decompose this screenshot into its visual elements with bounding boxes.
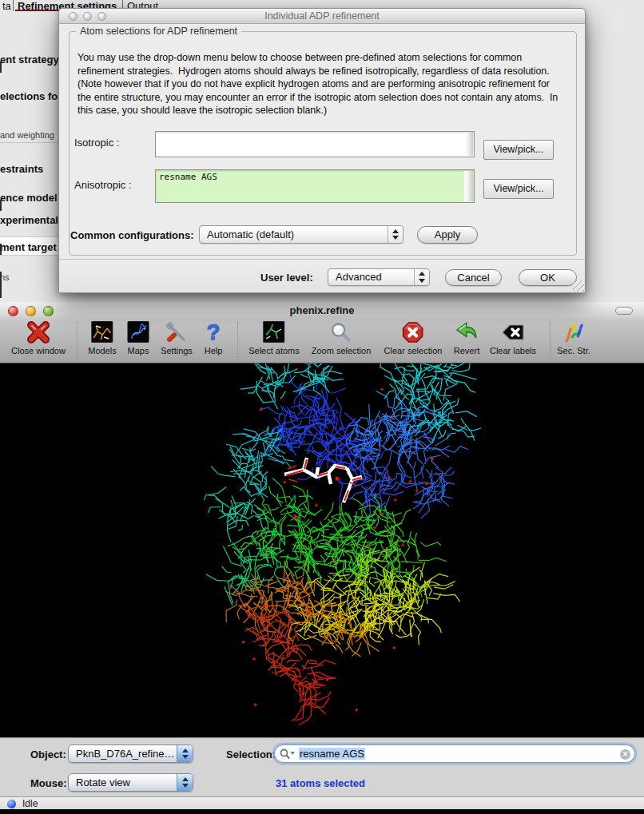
select-atoms-icon [248,319,300,345]
tab-separator [13,0,14,11]
mouse-mode-dropdown[interactable]: Rotate view [68,773,193,792]
selection-text: resname AGS [299,748,365,760]
tab-data-fragment[interactable]: ta [2,0,11,12]
revert-button[interactable]: Revert [454,319,479,355]
object-label: Object: [30,748,66,760]
common-configurations-value: Automatic (default) [207,228,294,240]
dropdown-stepper [177,745,193,762]
models-button[interactable]: Models [88,319,116,355]
clear-search-icon[interactable]: ✕ [620,749,630,760]
user-level-value: Advanced [336,271,382,283]
clipped-widget-edge [0,200,2,211]
viewer-control-panel: Object: PknB_D76A_refine… Selection: res… [0,737,644,796]
selection-label: Selection: [226,748,276,760]
maps-icon [128,319,149,345]
dropdown-stepper [414,269,429,285]
mouse-mode-value: Rotate view [76,776,130,788]
zoom-selection-button[interactable]: Zoom selection [312,319,372,355]
background-label: elections fo [0,90,58,102]
status-bar: Idle [0,796,644,809]
selection-search-input[interactable]: resname AGS ✕ [274,745,635,763]
close-window-icon [11,319,66,345]
user-level-label: User level: [260,272,313,284]
background-label: ence model [0,192,58,204]
clear-labels-button[interactable]: Clear labels [490,319,536,355]
isotropic-label: Isotropic : [74,137,119,149]
models-icon [88,319,116,345]
dropdown-stepper [177,774,193,791]
isotropic-field[interactable] [155,131,475,157]
anisotropic-label: Anisotropic : [74,179,132,191]
dialog-description: You may use the drop-down menu below to … [78,51,562,117]
field-scrollbar[interactable] [464,171,473,201]
help-icon: ? [205,319,223,345]
revert-icon [454,319,479,345]
apply-button[interactable]: Apply [417,226,478,244]
background-label: estraints [0,163,43,175]
clear-selection-button[interactable]: Clear selection [384,319,443,355]
toolbar-separator [550,322,551,359]
toolbar-separator [237,322,238,359]
status-dot-icon [7,800,16,808]
anisotropic-field[interactable]: resname AGS [155,169,475,203]
object-dropdown[interactable]: PknB_D76A_refine… [68,745,193,763]
atoms-selected-status: 31 atoms selected [276,777,365,789]
clipped-widget-edge [0,62,2,73]
molecule-render [0,363,644,737]
phenix-refine-window: phenix.refine Close window [0,302,644,814]
dialog-title: Individual ADP refinement [59,10,585,22]
field-scrollbar[interactable] [464,133,473,156]
toolbar-toggle-button[interactable] [615,307,633,315]
common-configurations-label: Common configurations: [70,229,194,241]
isotropic-view-pick-button[interactable]: View/pick... [483,140,554,160]
help-button[interactable]: ? Help [205,319,223,355]
resize-grip[interactable] [573,280,584,292]
search-icon[interactable] [280,748,296,760]
close-window-button[interactable]: Close window [11,319,66,355]
clear-labels-icon [490,319,536,345]
adp-refinement-dialog: Individual ADP refinement Atom selection… [58,8,586,293]
background-label: xperimental [0,214,58,226]
screen: ta Refinement settings Output ent strate… [0,0,644,814]
background-label: and weighting [0,130,54,140]
anisotropic-value: resname AGS [159,172,462,182]
clear-selection-icon [384,319,443,345]
status-text: Idle [22,798,38,809]
anisotropic-view-pick-button[interactable]: View/pick... [483,179,554,199]
settings-button[interactable]: Settings [161,319,193,355]
cancel-button[interactable]: Cancel [445,269,502,286]
dialog-titlebar[interactable]: Individual ADP refinement [59,9,585,24]
background-divider [0,142,58,143]
select-atoms-button[interactable]: Select atoms [248,319,300,355]
toolbar-separator [77,322,78,359]
ok-button[interactable]: OK [519,269,577,286]
dropdown-stepper [388,226,403,243]
zoom-selection-icon [312,319,372,345]
window-title: phenix.refine [0,304,644,316]
mouse-label: Mouse: [30,777,67,789]
sec-str-button[interactable]: Sec. Str. [557,319,590,355]
maps-button[interactable]: Maps [128,319,149,355]
groupbox-title: Atom selections for ADP refinement [76,26,241,37]
dialog-button-bar: User level: Advanced Cancel OK [59,259,585,292]
background-label: ment target [0,241,57,253]
clipped-widget-edge [0,244,2,255]
clipped-widget-edge [0,272,2,298]
molecule-viewport[interactable] [0,363,644,737]
background-label: ent strategy [0,54,59,66]
window-bottom-edge [0,809,644,814]
user-level-dropdown[interactable]: Advanced [328,268,430,286]
common-configurations-dropdown[interactable]: Automatic (default) [199,225,403,244]
sec-str-icon [557,319,590,345]
object-value: PknB_D76A_refine… [76,748,175,760]
settings-icon [161,319,193,345]
window-header: phenix.refine Close window [0,302,644,363]
